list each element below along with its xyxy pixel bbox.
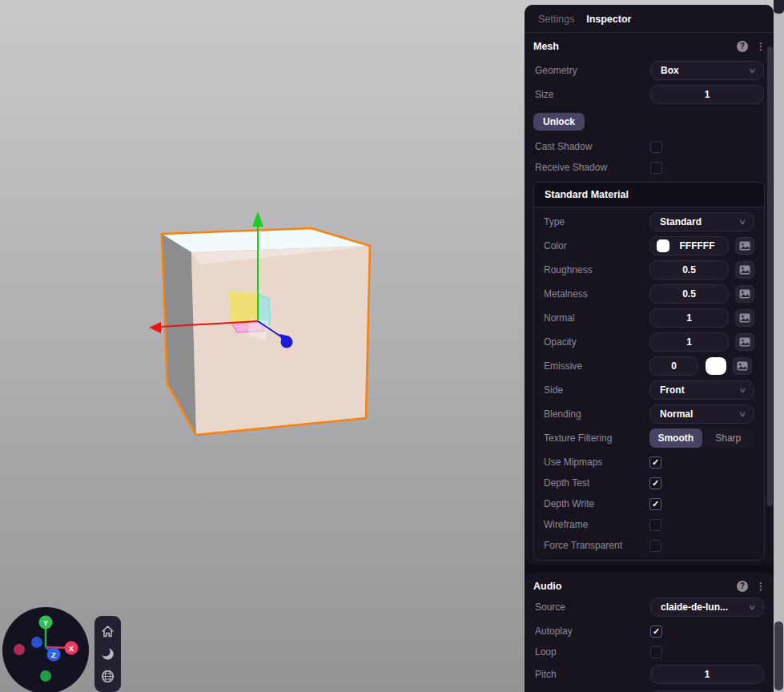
color-input[interactable]: FFFFFF — [649, 236, 729, 255]
roughness-row: Roughness 0.5 — [534, 260, 764, 280]
emissive-input[interactable]: 0 — [649, 356, 698, 376]
roughness-texture-button[interactable] — [735, 261, 754, 279]
svg-text:X: X — [69, 644, 74, 653]
loop-label: Loop — [535, 646, 557, 658]
type-dropdown[interactable]: Standard ∨ — [649, 212, 754, 231]
mesh-section-title: Mesh — [533, 41, 729, 52]
depth-write-row: Depth Write ✓ — [534, 497, 764, 510]
metalness-texture-button[interactable] — [735, 285, 754, 303]
opacity-input[interactable]: 1 — [649, 332, 729, 352]
help-icon[interactable]: ? — [737, 41, 748, 52]
metalness-input[interactable]: 0.5 — [649, 284, 729, 304]
image-icon — [739, 265, 750, 275]
panel-tabbar: Settings Inspector — [525, 5, 774, 33]
roughness-input[interactable]: 0.5 — [649, 260, 729, 280]
wireframe-row: Wireframe — [534, 518, 764, 531]
inspector-scrollbar-thumb[interactable] — [767, 46, 773, 506]
chevron-down-icon: ∨ — [738, 218, 747, 226]
moon-icon — [100, 646, 115, 662]
box-front-face — [191, 246, 370, 435]
texture-filtering-label: Texture Filtering — [544, 432, 612, 444]
depth-write-checkbox[interactable]: ✓ — [649, 498, 661, 510]
autoplay-row: Autoplay ✓ — [525, 625, 774, 638]
emissive-color-swatch[interactable] — [706, 357, 726, 375]
size-label: Size — [535, 89, 553, 100]
standard-material-panel: Standard Material Type Standard ∨ Color … — [533, 182, 765, 561]
side-row: Side Front ∨ — [534, 380, 764, 400]
cast-shadow-checkbox[interactable] — [650, 141, 662, 153]
neg-x-axis-ball[interactable] — [14, 644, 25, 655]
force-transparent-row: Force Transparent — [534, 539, 764, 552]
geometry-dropdown[interactable]: Box ∨ — [650, 61, 764, 80]
wireframe-label: Wireframe — [544, 519, 588, 530]
chevron-down-icon: ∨ — [738, 386, 747, 394]
svg-text:Z: Z — [51, 650, 56, 659]
page-scrollbar-track[interactable] — [774, 0, 784, 692]
opacity-label: Opacity — [544, 336, 577, 348]
size-input[interactable]: 1 — [650, 85, 764, 104]
color-label: Color — [544, 240, 567, 251]
receive-shadow-checkbox[interactable] — [650, 162, 662, 174]
tab-settings[interactable]: Settings — [538, 14, 574, 25]
texture-filtering-segment: Smooth Sharp — [649, 428, 754, 448]
kebab-menu-icon[interactable]: ⋮ — [756, 42, 766, 50]
image-icon — [737, 361, 748, 371]
blending-dropdown[interactable]: Normal ∨ — [649, 404, 754, 424]
opacity-row: Opacity 1 — [534, 332, 764, 352]
chevron-down-icon: ∨ — [748, 66, 757, 74]
page-scrollbar-thumb[interactable] — [774, 622, 783, 690]
inspector-panel: Settings Inspector Mesh ? ⋮ Geometry Box… — [525, 5, 774, 565]
mesh-section-header: Mesh ? ⋮ — [525, 33, 774, 56]
force-transparent-checkbox[interactable] — [649, 540, 661, 552]
normal-label: Normal — [544, 312, 575, 324]
opacity-texture-button[interactable] — [735, 333, 754, 351]
use-mipmaps-label: Use Mipmaps — [544, 457, 602, 468]
source-dropdown[interactable]: claide-de-lun... ∨ — [650, 597, 764, 617]
color-hex-value: FFFFFF — [669, 240, 725, 251]
texture-filtering-sharp[interactable]: Sharp — [702, 428, 755, 448]
home-button[interactable] — [99, 622, 118, 642]
source-label: Source — [535, 601, 565, 613]
depth-test-row: Depth Test ✓ — [534, 477, 764, 489]
force-transparent-label: Force Transparent — [544, 540, 622, 551]
side-label: Side — [544, 384, 563, 396]
z-axis-ball[interactable]: Z — [47, 648, 61, 662]
autoplay-label: Autoplay — [535, 626, 573, 637]
loop-checkbox[interactable] — [650, 646, 662, 658]
viewport-toolbar — [94, 616, 121, 692]
autoplay-checkbox[interactable]: ✓ — [650, 626, 662, 638]
emissive-texture-button[interactable] — [733, 357, 752, 375]
grid-sphere-button[interactable] — [99, 666, 118, 686]
gizmo-plane-yz[interactable] — [259, 294, 270, 324]
cast-shadow-row: Cast Shadow — [525, 140, 774, 153]
side-dropdown[interactable]: Front ∨ — [649, 380, 754, 400]
unlock-button[interactable]: Unlock — [533, 113, 585, 131]
audio-section-title: Audio — [533, 581, 729, 592]
tab-inspector[interactable]: Inspector — [586, 14, 631, 25]
chevron-down-icon: ∨ — [738, 410, 747, 418]
color-texture-button[interactable] — [735, 237, 754, 255]
geometry-row: Geometry Box ∨ — [525, 61, 774, 80]
kebab-menu-icon[interactable]: ⋮ — [756, 582, 766, 590]
image-icon — [739, 241, 750, 251]
neg-z-axis-ball[interactable] — [31, 637, 42, 648]
texture-filtering-smooth[interactable]: Smooth — [649, 428, 702, 448]
y-axis-ball[interactable]: Y — [39, 616, 53, 630]
blending-value: Normal — [660, 408, 693, 420]
x-axis-ball[interactable]: X — [65, 642, 78, 655]
orientation-gizmo[interactable]: Y X Z — [0, 603, 96, 692]
normal-texture-button[interactable] — [735, 309, 754, 327]
help-icon[interactable]: ? — [737, 581, 748, 592]
wireframe-checkbox[interactable] — [649, 519, 661, 531]
use-mipmaps-checkbox[interactable]: ✓ — [649, 457, 661, 469]
pitch-row: Pitch 1 — [525, 665, 774, 684]
pitch-input[interactable]: 1 — [650, 665, 764, 684]
geometry-label: Geometry — [535, 65, 577, 76]
depth-test-checkbox[interactable]: ✓ — [649, 477, 661, 489]
geometry-value: Box — [661, 65, 679, 76]
color-swatch[interactable] — [657, 239, 669, 252]
normal-input[interactable]: 1 — [649, 308, 729, 328]
neg-y-axis-ball[interactable] — [40, 670, 51, 682]
theme-toggle-button[interactable] — [99, 644, 118, 663]
use-mipmaps-row: Use Mipmaps ✓ — [534, 456, 764, 469]
